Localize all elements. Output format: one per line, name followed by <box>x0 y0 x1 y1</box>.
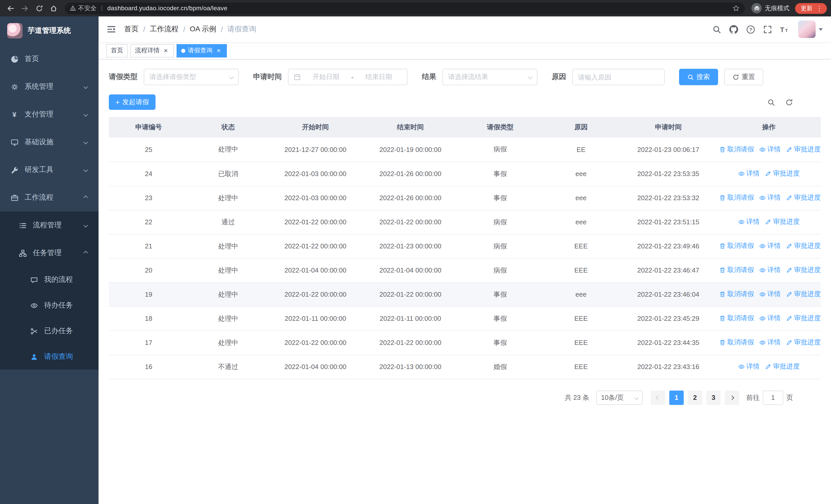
detail-link[interactable]: 详情 <box>759 266 781 275</box>
breadcrumb-item[interactable]: OA 示例 <box>190 25 216 34</box>
result-select[interactable]: 请选择流结果 <box>442 69 537 85</box>
sidebar-item-home[interactable]: 首页 <box>0 45 98 73</box>
detail-link[interactable]: 详情 <box>738 217 760 227</box>
sidebar-item-my-process[interactable]: 我的流程 <box>0 267 98 293</box>
forward-button[interactable] <box>19 2 31 14</box>
prev-page-button[interactable] <box>651 390 665 405</box>
cancel-leave-link[interactable]: 取消请假 <box>719 266 754 275</box>
detail-link[interactable]: 详情 <box>759 193 781 203</box>
cell-id: 23 <box>109 186 189 210</box>
sidebar-item-process-mgmt[interactable]: 流程管理 <box>0 211 98 239</box>
tab-leave-query[interactable]: 请假查询× <box>177 44 227 57</box>
tab-process-detail[interactable]: 流程详情× <box>131 44 174 57</box>
cancel-leave-link[interactable]: 取消请假 <box>719 241 754 251</box>
search-icon[interactable] <box>712 25 721 34</box>
sidebar-item-todo-tasks[interactable]: 待办任务 <box>0 293 98 318</box>
detail-link[interactable]: 详情 <box>738 362 760 371</box>
toggle-search-icon[interactable] <box>767 98 775 106</box>
detail-link[interactable]: 详情 <box>738 169 760 178</box>
detail-link[interactable]: 详情 <box>759 338 781 347</box>
cell-id: 18 <box>109 306 189 330</box>
edit-icon <box>786 267 793 273</box>
update-button[interactable]: 更新 ⋮ <box>795 3 827 13</box>
progress-link[interactable]: 审批进度 <box>786 290 821 299</box>
sidebar-item-system[interactable]: 系统管理 <box>0 73 98 100</box>
security-warning[interactable]: 不安全 <box>70 4 96 12</box>
breadcrumb-item[interactable]: 工作流程 <box>150 25 179 34</box>
create-leave-button[interactable]: + 发起请假 <box>109 94 155 110</box>
detail-link[interactable]: 详情 <box>759 145 781 154</box>
page-button-1[interactable]: 1 <box>669 390 684 405</box>
font-size-icon[interactable]: TT <box>780 25 789 34</box>
user-menu[interactable] <box>798 21 823 38</box>
sidebar-item-label: 已办任务 <box>44 326 73 336</box>
page-button-3[interactable]: 3 <box>706 390 721 405</box>
sidebar-item-infrastructure[interactable]: 基础设施 <box>0 128 98 156</box>
refresh-icon <box>733 73 739 80</box>
tab-home[interactable]: 首页 <box>106 44 128 57</box>
breadcrumb-separator: / <box>143 25 145 33</box>
github-icon[interactable] <box>729 25 738 34</box>
back-button[interactable] <box>4 2 17 14</box>
sidebar-item-label: 待办任务 <box>44 301 73 310</box>
next-page-button[interactable] <box>725 390 739 405</box>
plus-icon: + <box>115 98 120 106</box>
cell-end: 2022-01-23 00:00:00 <box>363 234 458 258</box>
breadcrumb-item-current: 请假查询 <box>227 25 256 34</box>
progress-link[interactable]: 审批进度 <box>765 217 800 227</box>
progress-link[interactable]: 审批进度 <box>786 241 821 251</box>
cancel-leave-link[interactable]: 取消请假 <box>719 193 754 203</box>
cell-status: 处理中 <box>189 138 268 162</box>
cell-type: 病假 <box>458 138 543 162</box>
address-bar[interactable]: 不安全 dashboard.yudao.iocoder.cn/bpm/oa/le… <box>65 2 745 14</box>
apply-time-label: 申请时间 <box>253 72 282 82</box>
cancel-leave-link[interactable]: 取消请假 <box>719 314 754 323</box>
goto-page-input[interactable] <box>763 390 783 405</box>
progress-link[interactable]: 审批进度 <box>765 169 800 178</box>
progress-link[interactable]: 审批进度 <box>765 362 800 371</box>
cancel-leave-link[interactable]: 取消请假 <box>719 145 754 154</box>
sidebar-item-done-tasks[interactable]: 已办任务 <box>0 318 98 344</box>
progress-link[interactable]: 审批进度 <box>786 314 821 323</box>
detail-link[interactable]: 详情 <box>759 314 781 323</box>
reload-button[interactable] <box>33 2 46 14</box>
date-range-picker[interactable]: 开始日期 - 结束日期 <box>288 69 407 85</box>
progress-link[interactable]: 审批进度 <box>786 145 821 154</box>
close-tab-icon[interactable]: × <box>162 47 169 54</box>
fullscreen-icon[interactable] <box>763 25 772 34</box>
page-button-2[interactable]: 2 <box>688 390 702 405</box>
progress-link[interactable]: 审批进度 <box>786 338 821 347</box>
progress-link[interactable]: 审批进度 <box>786 193 821 203</box>
sidebar-item-leave-query[interactable]: 请假查询 <box>0 344 98 369</box>
progress-link[interactable]: 审批进度 <box>786 266 821 275</box>
sidebar-item-payment[interactable]: ¥支付管理 <box>0 100 98 128</box>
sidebar-item-workflow[interactable]: 工作流程 <box>0 184 98 211</box>
refresh-table-icon[interactable] <box>785 98 793 106</box>
leave-type-select[interactable]: 请选择请假类型 <box>144 69 239 85</box>
cancel-leave-link[interactable]: 取消请假 <box>719 290 754 299</box>
cancel-leave-link[interactable]: 取消请假 <box>719 338 754 347</box>
sidebar-item-devtools[interactable]: 研发工具 <box>0 156 98 184</box>
reset-button[interactable]: 重置 <box>724 69 763 85</box>
close-tab-icon[interactable]: × <box>215 47 222 54</box>
breadcrumb-item[interactable]: 首页 <box>124 25 139 34</box>
hamburger-icon[interactable] <box>98 25 124 34</box>
cell-applied: 2022-01-22 23:51:15 <box>620 210 717 234</box>
help-icon[interactable]: ? <box>746 25 755 34</box>
chevron-down-icon <box>84 85 88 89</box>
page-size-select[interactable]: 10条/页 <box>596 390 642 405</box>
detail-link[interactable]: 详情 <box>759 290 781 299</box>
bookmark-star-icon[interactable] <box>733 5 740 12</box>
sidebar-item-task-mgmt[interactable]: 任务管理 <box>0 239 98 267</box>
action-label: 详情 <box>746 362 760 371</box>
cell-end: 2022-01-22 00:00:00 <box>363 330 458 355</box>
app-logo[interactable]: 芋道管理系统 <box>0 17 98 45</box>
search-button[interactable]: 搜索 <box>679 69 718 85</box>
avatar[interactable] <box>798 21 815 38</box>
home-button[interactable] <box>47 2 60 14</box>
tab-label: 首页 <box>111 46 123 55</box>
detail-link[interactable]: 详情 <box>759 241 781 251</box>
reason-input[interactable] <box>572 69 665 85</box>
browser-menu-icon[interactable]: ⋮ <box>816 5 823 11</box>
tags-view: 首页流程详情×请假查询× <box>98 42 831 60</box>
